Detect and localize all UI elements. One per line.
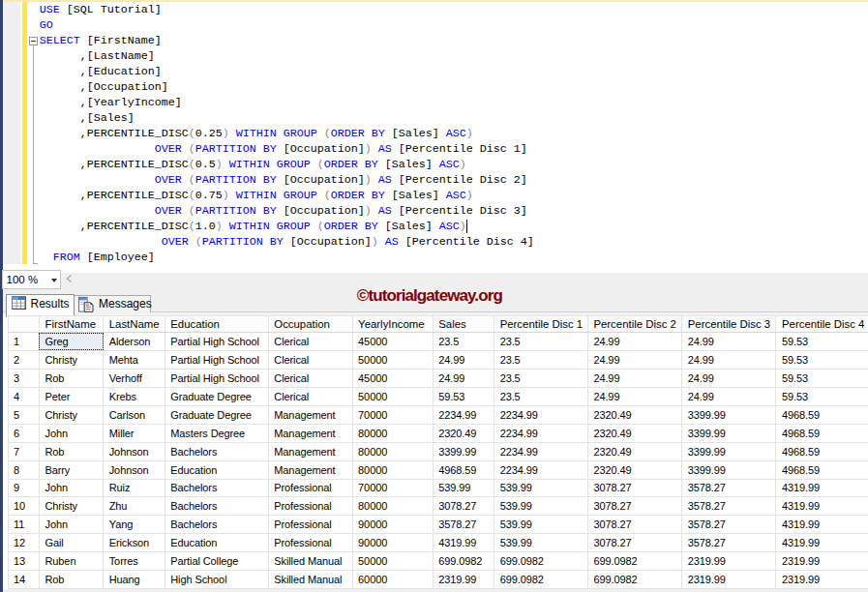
svg-text:,PERCENTILE_DISC(0.75)WITHIN G: ,PERCENTILE_DISC(0.75)WITHIN GROUP(ORDER…: [80, 189, 473, 202]
svg-text:,PERCENTILE_DISC(0.25)WITHIN G: ,PERCENTILE_DISC(0.25)WITHIN GROUP(ORDER…: [80, 127, 473, 140]
svg-text:,[YearlyIncome]: ,[YearlyIncome]: [80, 96, 182, 109]
svg-text:OVER(PARTITION BY[Occupation]): OVER(PARTITION BY[Occupation])AS[Percent…: [155, 204, 527, 218]
svg-text:,[LastName]: ,[LastName]: [80, 49, 155, 63]
svg-text:USE[SQL Tutorial]: USE[SQL Tutorial]: [40, 3, 162, 16]
svg-text:,PERCENTILE_DISC(0.5)WITHIN GR: ,PERCENTILE_DISC(0.5)WITHIN GROUP(ORDER …: [80, 158, 466, 171]
svg-text:GO: GO: [40, 18, 53, 32]
svg-text:OVER(PARTITION BY[Occupation]): OVER(PARTITION BY[Occupation])AS[Percent…: [155, 142, 527, 156]
svg-text:,PERCENTILE_DISC(1.0)WITHIN GR: ,PERCENTILE_DISC(1.0)WITHIN GROUP(ORDER …: [80, 220, 466, 233]
svg-text:OVER(PARTITION BY[Occupation]): OVER(PARTITION BY[Occupation])AS[Percent…: [162, 235, 534, 249]
svg-text:OVER(PARTITION BY[Occupation]): OVER(PARTITION BY[Occupation])AS[Percent…: [155, 173, 527, 187]
svg-text:,[Occupation]: ,[Occupation]: [80, 80, 168, 94]
svg-text:SELECT[FirstName]: SELECT[FirstName]: [40, 34, 162, 47]
svg-text:,[Sales]: ,[Sales]: [80, 111, 135, 125]
svg-text:,[Education]: ,[Education]: [80, 65, 162, 78]
svg-text:FROM[Employee]: FROM[Employee]: [53, 251, 155, 264]
